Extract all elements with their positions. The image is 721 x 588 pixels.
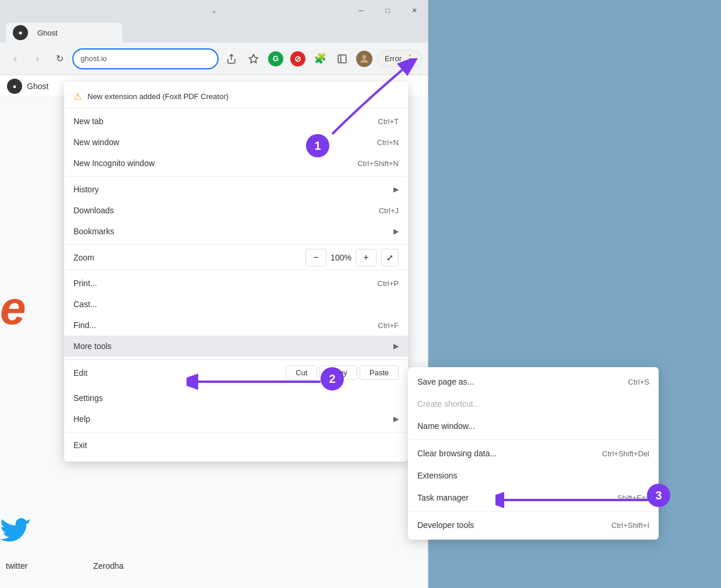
zerodha-label: Zerodha [93,561,124,571]
profile-icon[interactable] [355,50,374,68]
main-dropdown-menu: ⚠ New extension added (Foxit PDF Creator… [64,82,408,462]
edge-e-icon: e [0,285,47,332]
close-button[interactable]: ✕ [401,0,428,20]
error-label: Error [385,54,402,63]
ghost-circle-logo: ● [7,79,22,94]
menu-item-new-window[interactable]: New window Ctrl+N [64,132,408,153]
extensions-puzzle-icon[interactable]: 🧩 [311,50,329,68]
toolbar: ‹ › ↻ ghost.io G ⊘ [0,43,428,75]
menu-item-cast[interactable]: Cast... [64,294,408,315]
menu-section-exit: Exit [64,432,408,458]
submenu-item-create-shortcut: Create shortcut... [408,393,659,415]
svg-rect-1 [338,55,346,63]
menu-item-print[interactable]: Print... Ctrl+P [64,273,408,294]
submenu-item-developer-tools[interactable]: Developer tools Ctrl+Shift+I [408,514,659,536]
menu-item-find[interactable]: Find... Ctrl+F [64,315,408,336]
zoom-minus-button[interactable]: − [305,249,326,266]
zoom-controls: − 100% + ⤢ [305,249,399,266]
title-bar: ⌄ ─ □ ✕ [0,0,428,20]
menu-item-new-tab[interactable]: New tab Ctrl+T [64,111,408,132]
menu-item-history[interactable]: History ▶ [64,179,408,200]
adblock-icon: ⊘ [290,51,305,66]
tab-title: Ghost [37,29,58,37]
twitter-icon [0,518,41,559]
notification-icon: ⚠ [73,91,82,102]
omnibox[interactable]: ghost.io [72,48,219,69]
menu-item-bookmarks[interactable]: Bookmarks ▶ [64,221,408,242]
error-button[interactable]: Error ⋮ [377,50,422,67]
zoom-value: 100% [326,253,356,262]
menu-item-new-incognito[interactable]: New Incognito window Ctrl+Shift+N [64,153,408,174]
zoom-fullscreen-button[interactable]: ⤢ [381,249,399,266]
ghost-label: Ghost [27,82,48,91]
svg-point-3 [363,55,367,59]
back-button[interactable]: ‹ [6,50,24,68]
menu-item-settings[interactable]: Settings [64,388,408,409]
grammarly-extension-icon[interactable]: G [266,50,285,68]
bookmark-icon[interactable] [244,50,263,68]
menu-item-help[interactable]: Help ▶ [64,409,408,429]
submenu-item-extensions[interactable]: Extensions [408,464,659,487]
title-bar-controls: ─ □ ✕ [347,0,428,20]
chevron-down-icon: ⌄ [211,6,217,15]
notification-bar: ⚠ New extension added (Foxit PDF Creator… [64,85,408,108]
submenu-item-name-window[interactable]: Name window... [408,415,659,437]
share-icon[interactable] [222,50,241,68]
annotation-1: 1 [306,134,329,157]
three-dots-icon: ⋮ [405,53,414,64]
active-tab[interactable]: ● Ghost [6,23,122,43]
grammarly-icon: G [268,51,283,66]
menu-item-downloads[interactable]: Downloads Ctrl+J [64,200,408,221]
zoom-row: Zoom − 100% + ⤢ [64,245,408,270]
more-tools-submenu: Save page as... Ctrl+S Create shortcut..… [408,367,659,540]
tab-bar: ● Ghost [0,20,428,43]
adblock-extension-icon[interactable]: ⊘ [289,50,307,68]
menu-section-settings: Settings Help ▶ [64,385,408,432]
refresh-button[interactable]: ↻ [50,50,69,68]
submenu-item-save-page[interactable]: Save page as... Ctrl+S [408,371,659,393]
edit-row: Edit Cut Copy Paste [64,360,408,385]
svg-marker-0 [249,54,258,62]
menu-section-new: New tab Ctrl+T New window Ctrl+N New Inc… [64,108,408,177]
minimize-button[interactable]: ─ [347,0,374,20]
maximize-button[interactable]: □ [374,0,401,20]
menu-item-more-tools[interactable]: More tools ▶ [64,336,408,357]
submenu-item-clear-browsing[interactable]: Clear browsing data... Ctrl+Shift+Del [408,442,659,464]
twitter-label: twitter [6,561,27,571]
menu-section-history: History ▶ Downloads Ctrl+J Bookmarks ▶ [64,177,408,245]
paste-button[interactable]: Paste [360,365,399,380]
zoom-plus-button[interactable]: + [356,249,377,266]
annotation-3: 3 [647,484,670,507]
notification-text: New extension added (Foxit PDF Creator) [87,92,228,101]
annotation-2: 2 [321,367,344,390]
cut-button[interactable]: Cut [286,365,317,380]
tab-favicon: ● [13,25,28,40]
menu-section-tools: Print... Ctrl+P Cast... Find... Ctrl+F M… [64,270,408,360]
menu-item-exit[interactable]: Exit [64,435,408,456]
sidebar-icon[interactable] [333,50,351,68]
forward-button[interactable]: › [28,50,47,68]
submenu-item-task-manager[interactable]: Task manager Shift+Esc [408,487,659,509]
submenu-divider-1 [408,439,659,440]
profile-avatar [356,51,372,67]
submenu-divider-2 [408,511,659,512]
